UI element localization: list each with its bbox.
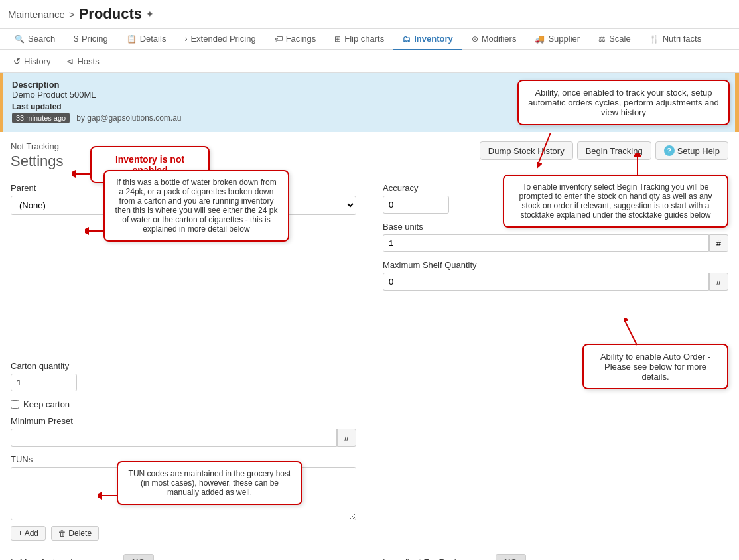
carton-quantity-input[interactable] <box>11 374 77 391</box>
tab-flip-charts[interactable]: ⊞ Flip charts <box>325 29 393 50</box>
bottom-right-col: Ingredient For Recipe NO Allow Auto Orde… <box>383 554 728 560</box>
minimum-preset-input-group: # <box>11 429 356 447</box>
nutri-facts-tab-icon: 🍴 <box>649 35 659 44</box>
sub-tab-bar: ↺ History ⊲ Hosts <box>0 50 739 73</box>
tooltip-arrow-begin-tracking <box>628 153 647 179</box>
breadcrumb-products: Products <box>79 5 142 23</box>
main-content: Not Tracking Settings Inventory is not e… <box>0 132 739 560</box>
tuns-actions: + Add 🗑 Delete <box>11 526 356 541</box>
tooltip-begin-tracking: To enable inventory select Begin Trackin… <box>503 175 728 228</box>
extended-pricing-tab-icon: › <box>184 35 187 44</box>
keep-carton-row: Keep carton <box>11 399 356 409</box>
maximum-shelf-input-group: # <box>383 273 728 291</box>
question-icon: ? <box>664 145 675 156</box>
not-tracking-label: Not Tracking <box>11 141 64 151</box>
base-units-hash-button[interactable]: # <box>709 234 728 252</box>
tab-pricing[interactable]: $ Pricing <box>64 29 117 50</box>
parent-group: Parent (None) If this was a bottle of wa… <box>11 183 356 215</box>
tab-scale[interactable]: ⚖ Scale <box>589 29 640 50</box>
base-units-input-group: # <box>383 234 728 252</box>
breadcrumb: Maintenance > Products ✦ <box>0 0 739 29</box>
maximum-shelf-label: Maximum Shelf Quantity <box>383 260 728 270</box>
auto-order-section: Ability to enable Auto Order - Please se… <box>383 344 728 389</box>
history-icon: ↺ <box>13 56 21 66</box>
tooltip-arrow-tun <box>98 489 121 502</box>
maximum-shelf-input[interactable] <box>383 273 709 291</box>
carton-quantity-label: Carton quantity <box>11 361 356 371</box>
tab-details[interactable]: 📋 Details <box>117 29 176 50</box>
keep-carton-label: Keep carton <box>23 399 70 409</box>
search-tab-icon: 🔍 <box>15 35 25 44</box>
ingredient-for-recipe-label: Ingredient For Recipe <box>383 557 489 560</box>
hosts-icon: ⊲ <box>66 56 74 66</box>
tooltip-tun-codes: TUN codes are maintained in the grocery … <box>117 461 302 505</box>
action-buttons: Dump Stock History Begin Tracking ? Setu… <box>480 141 728 160</box>
pricing-tab-icon: $ <box>74 35 78 44</box>
tooltip-tracking-ability: Ability, once enabled to track your stoc… <box>517 80 730 125</box>
form-left-column: Parent (None) If this was a bottle of wa… <box>11 183 356 541</box>
tuns-delete-button[interactable]: 🗑 Delete <box>51 526 99 541</box>
description-value: Demo Product 500ML <box>12 90 507 100</box>
svg-line-5 <box>624 318 637 345</box>
tab-extended-pricing[interactable]: › Extended Pricing <box>175 29 265 50</box>
sub-tab-hosts[interactable]: ⊲ Hosts <box>58 53 107 70</box>
not-tracking-section: Not Tracking Settings Inventory is not e… <box>11 141 64 170</box>
bottom-left-col: Is Manufactured NO Has warranty period N… <box>11 554 356 560</box>
minimum-preset-group: Minimum Preset # <box>11 416 356 447</box>
updated-by: by gap@gapsolutions.com.au <box>76 113 181 123</box>
tab-inventory[interactable]: 🗂 Inventory <box>393 29 462 50</box>
is-manufactured-label: Is Manufactured <box>11 557 117 560</box>
carton-quantity-group: Carton quantity <box>11 361 356 391</box>
is-manufactured-toggle[interactable]: NO <box>123 554 154 560</box>
tuns-add-button[interactable]: + Add <box>11 526 46 541</box>
info-bar-accent <box>735 73 739 132</box>
form-right-column: Accuracy Base units # Maximum Shelf Quan… <box>383 183 728 541</box>
facings-tab-icon: 🏷 <box>275 35 283 44</box>
minimum-preset-label: Minimum Preset <box>11 416 356 426</box>
tooltip-arrow-parent <box>85 224 108 238</box>
tooltip-arrow-auto-order <box>624 318 650 348</box>
supplier-tab-icon: 🚚 <box>535 35 545 44</box>
tracking-row: Not Tracking Settings Inventory is not e… <box>11 141 728 170</box>
tab-nutri-facts[interactable]: 🍴 Nutri facts <box>640 29 711 50</box>
svg-line-0 <box>537 133 551 166</box>
accuracy-input[interactable] <box>383 196 449 214</box>
form-grid: Parent (None) If this was a bottle of wa… <box>11 183 728 541</box>
breadcrumb-maintenance: Maintenance <box>8 9 65 20</box>
tuns-section: TUNs + Add 🗑 Delete TUN codes are mainta… <box>11 455 356 541</box>
is-manufactured-row: Is Manufactured NO <box>11 554 356 560</box>
base-units-input[interactable] <box>383 234 709 252</box>
tab-supplier[interactable]: 🚚 Supplier <box>525 29 589 50</box>
details-tab-icon: 📋 <box>127 35 137 44</box>
settings-title: Settings <box>11 153 64 170</box>
inventory-tab-icon: 🗂 <box>403 35 411 44</box>
maximum-shelf-group: Maximum Shelf Quantity # <box>383 260 728 291</box>
tooltip-auto-order: Ability to enable Auto Order - Please se… <box>582 344 728 389</box>
tab-search[interactable]: 🔍 Search <box>5 29 64 50</box>
breadcrumb-separator: > <box>69 9 75 20</box>
scale-tab-icon: ⚖ <box>598 35 606 44</box>
flip-charts-tab-icon: ⊞ <box>334 35 341 44</box>
tab-modifiers[interactable]: ⊙ Modifiers <box>462 29 526 50</box>
ingredient-for-recipe-toggle[interactable]: NO <box>496 554 526 560</box>
last-updated-label: Last updated <box>12 102 507 111</box>
bottom-fields-row: Is Manufactured NO Has warranty period N… <box>11 554 728 560</box>
minimum-preset-hash-button[interactable]: # <box>337 429 356 447</box>
ingredient-for-recipe-row: Ingredient For Recipe NO <box>383 554 728 560</box>
setup-help-button[interactable]: ? Setup Help <box>655 141 728 160</box>
modifiers-tab-icon: ⊙ <box>472 35 478 44</box>
tooltip-parent: If this was a bottle of water broken dow… <box>103 170 289 242</box>
tab-bar: 🔍 Search $ Pricing 📋 Details › Extended … <box>0 29 739 50</box>
time-badge: 33 minutes ago <box>12 113 70 123</box>
breadcrumb-pin-icon: ✦ <box>146 9 154 19</box>
maximum-shelf-hash-button[interactable]: # <box>709 273 728 291</box>
description-label: Description <box>12 80 507 90</box>
keep-carton-checkbox[interactable] <box>11 400 19 409</box>
tab-facings[interactable]: 🏷 Facings <box>265 29 326 50</box>
sub-tab-history[interactable]: ↺ History <box>5 53 58 70</box>
info-bar-content: Description Demo Product 500ML Last upda… <box>12 80 507 123</box>
minimum-preset-input[interactable] <box>11 429 337 447</box>
tooltip-arrow-not-enabled <box>72 167 95 180</box>
tooltip-arrow-tracking <box>537 133 590 173</box>
info-bar: Description Demo Product 500ML Last upda… <box>0 73 739 132</box>
